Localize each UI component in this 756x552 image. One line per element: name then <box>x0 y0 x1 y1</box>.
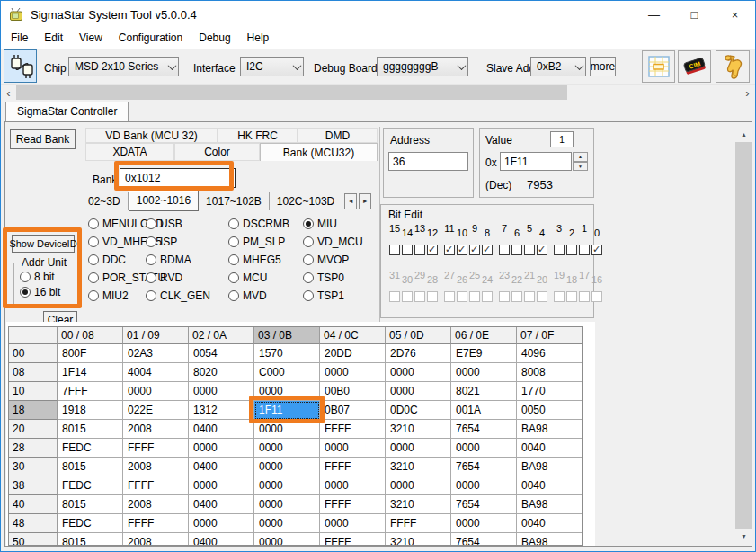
register-cell[interactable]: 2008 <box>123 495 189 514</box>
register-cell[interactable]: 0400 <box>189 533 254 546</box>
vertical-scrollbar[interactable]: ▲ ▼ <box>735 127 752 544</box>
register-cell[interactable]: 0000 <box>189 382 254 401</box>
register-cell[interactable]: 8021 <box>451 382 517 401</box>
register-cell[interactable]: 0000 <box>254 420 320 439</box>
register-cell[interactable]: 0000 <box>386 382 451 401</box>
col-header-01-09[interactable]: 01 / 09 <box>123 327 189 344</box>
bit-checkbox-8[interactable] <box>482 245 493 255</box>
radio-miu2[interactable]: MIU2 <box>88 287 146 305</box>
scroll-right-icon[interactable]: › <box>740 85 755 101</box>
register-cell[interactable]: BA98 <box>517 533 583 546</box>
chip-select[interactable]: MSD 2x10 Series <box>68 57 179 76</box>
col-header-corner[interactable] <box>9 327 58 344</box>
value-hex-input[interactable]: 1F11 <box>500 152 572 171</box>
register-cell[interactable]: 3210 <box>386 420 451 439</box>
range-next-icon[interactable]: ► <box>359 193 371 209</box>
menu-item-file[interactable]: File <box>3 28 36 49</box>
maximize-button[interactable]: □ <box>674 1 715 28</box>
read-bank-button[interactable]: Read Bank <box>10 129 76 149</box>
bit-checkbox-4[interactable] <box>537 245 547 255</box>
radio-16bit[interactable]: 16 bit <box>20 286 60 298</box>
register-cell[interactable]: FEDC <box>58 439 123 458</box>
bit-checkbox-14[interactable] <box>402 245 413 255</box>
tab-hk-frc[interactable]: HK FRC <box>218 128 298 143</box>
bit-checkbox-0[interactable] <box>591 245 602 255</box>
bit-checkbox-5[interactable] <box>524 245 535 255</box>
register-cell[interactable]: 0050 <box>517 401 583 420</box>
tab-dmd[interactable]: DMD <box>298 128 378 143</box>
spinner-down-icon[interactable]: ▼ <box>573 162 588 172</box>
connection-button[interactable] <box>4 49 37 83</box>
row-header-10[interactable]: 10 <box>9 382 58 401</box>
col-header-03-0b[interactable]: 03 / 0B <box>254 327 320 344</box>
register-cell[interactable]: FFFF <box>123 476 189 495</box>
menu-item-debug[interactable]: Debug <box>191 28 238 49</box>
range-tab-1017-102b[interactable]: 1017~102B <box>199 192 270 210</box>
bit-checkbox-3[interactable] <box>554 245 565 255</box>
bit-checkbox-7[interactable] <box>499 245 510 255</box>
register-cell[interactable]: 7654 <box>451 420 517 439</box>
register-cell[interactable]: 4004 <box>123 363 189 382</box>
register-cell[interactable]: 0000 <box>123 382 189 401</box>
register-cell[interactable]: 0000 <box>254 514 320 533</box>
range-tab-02-3d[interactable]: 02~3D <box>80 192 129 210</box>
register-cell[interactable]: 1F14 <box>58 363 123 382</box>
register-cell[interactable]: FEDC <box>58 514 123 533</box>
menu-item-help[interactable]: Help <box>239 28 278 49</box>
register-cell[interactable]: 0000 <box>386 439 451 458</box>
register-cell[interactable]: 0000 <box>320 476 386 495</box>
register-cell[interactable]: BA98 <box>517 420 583 439</box>
row-header-18[interactable]: 18 <box>9 401 58 420</box>
row-header-00[interactable]: 00 <box>9 344 58 363</box>
register-cell[interactable]: 022E <box>123 401 189 420</box>
col-header-06-0e[interactable]: 06 / 0E <box>451 327 517 344</box>
register-cell[interactable]: 0000 <box>451 363 517 382</box>
radio-ddc[interactable]: DDC <box>88 251 146 269</box>
row-header-38[interactable]: 38 <box>9 476 58 495</box>
register-cell[interactable]: 1570 <box>254 344 320 363</box>
register-cell[interactable]: 4096 <box>517 344 583 363</box>
radio-8bit[interactable]: 8 bit <box>20 271 55 283</box>
register-cell[interactable]: 001A <box>451 401 517 420</box>
radio-usb[interactable]: USB <box>146 215 228 233</box>
radio-miu[interactable]: MIU <box>303 215 388 233</box>
menu-item-view[interactable]: View <box>71 28 111 49</box>
col-header-00-08[interactable]: 00 / 08 <box>58 327 123 344</box>
horizontal-scrollbar-thumb[interactable] <box>16 85 567 100</box>
register-cell[interactable]: 2008 <box>123 420 189 439</box>
tab-bank-mcu32[interactable]: Bank (MCU32) <box>260 143 378 161</box>
register-cell[interactable]: 1918 <box>58 401 123 420</box>
radio-tsp0[interactable]: TSP0 <box>303 269 388 287</box>
register-cell[interactable]: FFFF <box>320 533 386 546</box>
register-cell[interactable]: 0000 <box>254 495 320 514</box>
register-cell[interactable]: 0400 <box>189 458 254 476</box>
register-cell[interactable]: C000 <box>254 363 320 382</box>
byte-count-input[interactable]: 1 <box>550 131 574 147</box>
register-cell[interactable]: FFFF <box>386 514 451 533</box>
register-cell[interactable]: 0000 <box>254 382 320 401</box>
register-cell[interactable]: 0000 <box>254 439 320 458</box>
register-cell[interactable]: 0B07 <box>320 401 386 420</box>
show-deviceid-button[interactable]: Show DeviceID <box>12 235 75 253</box>
script-button[interactable] <box>716 50 750 83</box>
tab-sigmastar-controller[interactable]: SigmaStar Controller <box>5 102 129 122</box>
register-cell[interactable]: 8008 <box>517 363 583 382</box>
spinner-up-icon[interactable]: ▲ <box>573 152 588 162</box>
bit-checkbox-9[interactable] <box>469 245 480 255</box>
row-header-08[interactable]: 08 <box>9 363 58 382</box>
row-header-30[interactable]: 30 <box>9 458 58 476</box>
register-cell[interactable]: 20DD <box>320 344 386 363</box>
register-cell[interactable]: 0040 <box>517 439 583 458</box>
radio-mvd[interactable]: MVD <box>228 287 303 305</box>
register-table-button[interactable] <box>642 50 675 83</box>
register-cell[interactable]: 0000 <box>254 476 320 495</box>
register-cell[interactable]: FFFF <box>320 458 386 476</box>
register-cell[interactable]: 0000 <box>189 476 254 495</box>
register-cell[interactable]: 0400 <box>189 420 254 439</box>
register-cell[interactable]: 00B0 <box>320 382 386 401</box>
bit-checkbox-6[interactable] <box>511 245 522 255</box>
cim-card-button[interactable]: CIM <box>678 50 711 83</box>
row-header-50[interactable]: 50 <box>9 533 58 546</box>
bit-checkbox-10[interactable] <box>457 245 467 255</box>
more-button[interactable]: more <box>590 57 616 76</box>
